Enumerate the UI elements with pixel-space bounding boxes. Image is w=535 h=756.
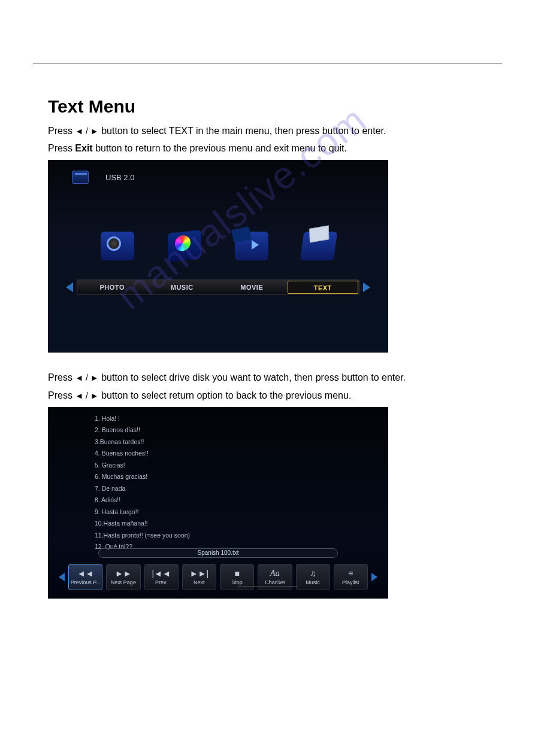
- content-area: Text Menu Press ◄ / ► button to select T…: [33, 96, 502, 599]
- next-button[interactable]: ►►|Next: [182, 564, 216, 590]
- prev-page-button[interactable]: ◄◄Previous P...: [68, 564, 102, 590]
- control-label: Music: [306, 579, 320, 585]
- text-content-list: 1. Hola! !2. Buenos días!!3.Buenas tarde…: [95, 413, 364, 553]
- text: Press: [48, 126, 75, 136]
- media-tabs-bar: PHOTOMUSICMOVIETEXT: [66, 280, 370, 295]
- nav-right-icon[interactable]: [363, 283, 370, 292]
- usb-label: USB 2.0: [105, 173, 134, 182]
- instruction-1: Press ◄ / ► button to select TEXT in the…: [48, 123, 487, 139]
- text-line: 8. Adiós!!: [95, 494, 364, 506]
- music-icon: ♫: [310, 569, 316, 578]
- media-menu-screenshot: USB 2.0 PHOTOMUSICMOVIETEXT: [48, 160, 388, 353]
- tab-movie[interactable]: MOVIE: [217, 280, 287, 294]
- instruction-2: Press Exit button to return to the previ…: [48, 140, 487, 156]
- exit-word: Exit: [75, 143, 92, 153]
- left-right-arrows: ◄ / ►: [75, 391, 98, 400]
- mid-instructions: Press ◄ / ► button to select drive disk …: [48, 369, 487, 403]
- control-buttons-row: ◄◄Previous P...►►Next Page|◄◄Prev.►►|Nex…: [68, 564, 368, 590]
- usb-icon: [72, 171, 89, 184]
- text: button to enter.: [341, 372, 406, 382]
- next-page-button[interactable]: ►►Next Page: [106, 564, 140, 590]
- text: button to select drive disk you want to …: [99, 372, 342, 382]
- text: button to enter.: [322, 126, 386, 136]
- control-label: Playlist: [342, 579, 359, 585]
- instruction-4: Press ◄ / ► button to select return opti…: [48, 387, 487, 403]
- controls-nav-right-icon[interactable]: [371, 573, 377, 581]
- next-icon: ►►|: [190, 569, 208, 578]
- tab-music[interactable]: MUSIC: [147, 280, 217, 294]
- text-line: 9. Hasta luego!!: [95, 506, 364, 518]
- top-divider: [33, 63, 502, 63]
- usb-indicator: USB 2.0: [72, 171, 134, 184]
- playlist-icon: ≡: [348, 569, 353, 578]
- control-label: Previous P...: [71, 579, 101, 585]
- tab-text[interactable]: TEXT: [288, 281, 359, 294]
- text: Press: [48, 372, 75, 382]
- control-label: CharSet: [265, 579, 285, 585]
- text-line: 1. Hola! !: [95, 413, 364, 425]
- next-page-icon: ►►: [115, 569, 132, 578]
- text: button to select TEXT in the main menu, …: [99, 126, 322, 136]
- text-viewer-screenshot: 1. Hola! !2. Buenos días!!3.Buenas tarde…: [48, 407, 388, 599]
- tab-photo[interactable]: PHOTO: [77, 280, 147, 294]
- media-tabs: PHOTOMUSICMOVIETEXT: [77, 280, 359, 295]
- music-button[interactable]: ♫Music: [296, 564, 330, 590]
- stop-icon: ■: [234, 569, 239, 578]
- prev-page-icon: ◄◄: [77, 569, 94, 578]
- media-icons-row: [84, 232, 352, 260]
- left-right-arrows: ◄ / ►: [75, 126, 98, 136]
- instruction-3: Press ◄ / ► button to select drive disk …: [48, 369, 487, 385]
- control-label: Stop: [231, 579, 243, 585]
- movie-icon: [235, 232, 268, 260]
- text: button to select return option to back t…: [99, 390, 352, 400]
- text-line: 7. De nada: [95, 483, 364, 495]
- left-right-arrows: ◄ / ►: [75, 373, 98, 382]
- text-line: 3.Buenas tardes!!: [95, 436, 364, 448]
- text: button to return to the previous menu an…: [93, 143, 347, 153]
- nav-left-icon[interactable]: [66, 283, 73, 292]
- page-title: Text Menu: [48, 96, 487, 117]
- control-label: Next Page: [111, 579, 136, 585]
- playback-controls: ◄◄Previous P...►►Next Page|◄◄Prev.►►|Nex…: [59, 564, 377, 590]
- bottom-divider: [238, 586, 298, 587]
- prev-button[interactable]: |◄◄Prev.: [144, 564, 179, 590]
- playlist-button[interactable]: ≡Playlist: [334, 564, 368, 590]
- text-line: 6. Muchas gracias!: [95, 471, 364, 483]
- control-label: Next: [194, 579, 205, 585]
- text-line: 2. Buenos días!!: [95, 424, 364, 436]
- text: Press: [48, 390, 75, 400]
- control-label: Prev.: [155, 579, 167, 585]
- filename-bar: Spanish 100.txt: [98, 548, 338, 558]
- text-line: 5. Gracias!: [95, 460, 364, 472]
- controls-nav-left-icon[interactable]: [59, 573, 65, 581]
- document-page: Text Menu Press ◄ / ► button to select T…: [0, 0, 535, 623]
- charset-icon: Aa: [270, 569, 280, 578]
- photo-icon: [101, 232, 134, 260]
- text-icon: [300, 232, 338, 260]
- music-icon: [168, 230, 201, 262]
- text-line: 4. Buenas noches!!: [95, 448, 364, 460]
- prev-icon: |◄◄: [152, 569, 170, 578]
- text-line: 11.Hasta pronto!! (=see you soon): [95, 530, 364, 542]
- text: Press: [48, 143, 75, 153]
- text-line: 10.Hasta mañana!!: [95, 518, 364, 530]
